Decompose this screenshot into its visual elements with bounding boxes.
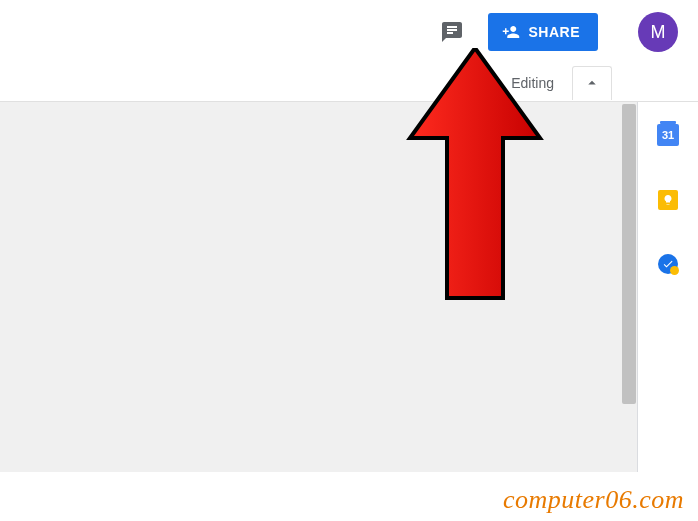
calendar-app-icon[interactable]: 31 <box>657 124 679 146</box>
account-avatar[interactable]: M <box>638 12 678 52</box>
body-row: 31 <box>0 102 698 472</box>
document-canvas[interactable] <box>0 102 638 472</box>
lightbulb-icon <box>662 194 674 206</box>
side-panel: 31 <box>638 102 698 472</box>
top-bar: SHARE M <box>0 0 698 64</box>
person-add-icon <box>502 23 520 41</box>
editing-mode-label: Editing <box>511 75 554 91</box>
vertical-scrollbar[interactable] <box>622 104 636 470</box>
share-button-label: SHARE <box>528 24 580 40</box>
share-button[interactable]: SHARE <box>488 13 598 51</box>
toolbar-row: Editing <box>0 64 698 102</box>
scrollbar-thumb[interactable] <box>622 104 636 404</box>
comments-button[interactable] <box>434 14 470 50</box>
avatar-letter: M <box>651 22 666 43</box>
keep-app-icon[interactable] <box>658 190 678 210</box>
editing-mode-dropdown[interactable]: Editing <box>475 69 564 97</box>
calendar-day-number: 31 <box>662 129 674 141</box>
collapse-toolbar-button[interactable] <box>572 66 612 100</box>
watermark-text: computer06.com <box>503 485 684 515</box>
check-icon <box>662 258 674 270</box>
comment-icon <box>440 20 464 44</box>
tasks-app-icon[interactable] <box>658 254 678 274</box>
pencil-icon <box>485 75 501 91</box>
chevron-up-icon <box>583 74 601 92</box>
